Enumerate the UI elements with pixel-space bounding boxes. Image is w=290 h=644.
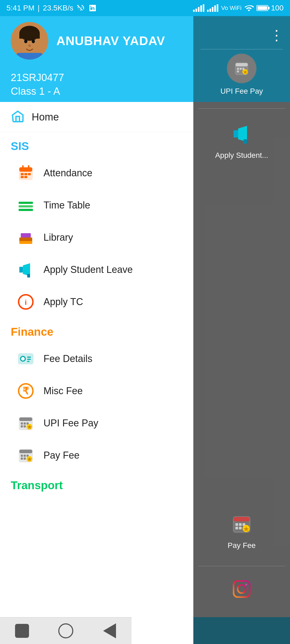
sis-section-header: SIS	[0, 132, 193, 157]
svg-rect-57	[236, 63, 248, 67]
svg-rect-53	[24, 458, 26, 460]
svg-text:i: i	[25, 298, 27, 306]
avatar-image	[11, 22, 48, 60]
instagram-icon	[230, 577, 254, 601]
status-right: Vo WiFi 100	[193, 3, 284, 13]
pay-fee-label: Pay Fee	[44, 450, 79, 461]
overlay-pay-fee[interactable]: ★ Pay Fee	[222, 505, 261, 555]
svg-rect-15	[24, 173, 27, 175]
svg-rect-48	[19, 450, 32, 453]
back-button[interactable]	[99, 620, 120, 642]
pay-fee-menu-item[interactable]: ★ Pay Fee	[0, 439, 193, 471]
fee-details-menu-item[interactable]: Fee Details	[0, 343, 193, 375]
svg-rect-52	[21, 458, 23, 460]
svg-rect-35	[27, 361, 29, 362]
svg-rect-16	[28, 173, 31, 175]
timetable-menu-item[interactable]: Time Table	[0, 189, 193, 221]
svg-rect-61	[237, 71, 239, 73]
overlay-upi-icon: ★	[234, 60, 250, 76]
avatar	[11, 22, 48, 60]
svg-text:★: ★	[243, 526, 249, 533]
svg-point-77	[238, 585, 246, 593]
svg-rect-43	[21, 425, 23, 427]
student-id: 21SRJ0477	[11, 72, 183, 83]
svg-rect-33	[27, 357, 31, 358]
apply-tc-menu-item[interactable]: i Apply TC	[0, 286, 193, 318]
svg-rect-27	[27, 274, 30, 277]
fee-details-icon	[16, 349, 35, 368]
svg-point-32	[21, 357, 25, 360]
svg-rect-44	[24, 425, 26, 427]
svg-rect-23	[19, 237, 32, 241]
attendance-menu-item[interactable]: Attendance	[0, 157, 193, 189]
attendance-label: Attendance	[44, 167, 92, 179]
attendance-icon	[16, 163, 35, 183]
svg-text:★: ★	[27, 424, 32, 430]
misc-fee-menu-item[interactable]: ₹ Misc Fee	[0, 375, 193, 407]
overlay-instagram-area[interactable]	[224, 572, 259, 606]
svg-rect-19	[19, 202, 33, 204]
misc-fee-icon: ₹	[16, 381, 35, 401]
leave-icon	[16, 260, 35, 279]
svg-rect-73	[239, 527, 242, 529]
overlay-upi-label: UPI Fee Pay	[220, 87, 263, 96]
svg-rect-24	[21, 233, 31, 237]
fee-details-label: Fee Details	[44, 353, 92, 364]
student-class: Class 1 - A	[11, 86, 183, 97]
overlay-leave-icon	[228, 120, 255, 147]
mute-icon	[77, 4, 85, 12]
timetable-icon	[16, 196, 35, 215]
svg-rect-34	[27, 359, 31, 360]
svg-point-7	[17, 40, 21, 46]
overlay-bottom-bar	[193, 617, 290, 644]
svg-rect-39	[19, 418, 32, 421]
svg-rect-14	[21, 173, 24, 175]
svg-marker-64	[234, 130, 238, 138]
overlay-apply-student-leave[interactable]: Apply Student...	[210, 115, 274, 165]
overlay-more-button[interactable]: ⋮	[270, 30, 284, 41]
student-info: ANUBHAV YADAV	[56, 34, 165, 48]
svg-rect-18	[24, 176, 27, 178]
upi-fee-pay-menu-item[interactable]: ★ UPI Fee Pay	[0, 407, 193, 439]
recent-button[interactable]	[11, 620, 33, 642]
svg-rect-40	[21, 422, 23, 425]
timetable-label: Time Table	[44, 200, 90, 211]
linkedin-icon	[88, 4, 97, 12]
svg-text:★: ★	[27, 456, 32, 462]
pay-fee-icon: ★	[16, 446, 35, 465]
svg-rect-66	[244, 139, 247, 144]
svg-rect-76	[234, 581, 250, 597]
transport-title: Transport	[11, 479, 63, 492]
library-label: Library	[44, 232, 73, 243]
svg-point-6	[28, 45, 31, 47]
svg-marker-25	[19, 267, 23, 272]
svg-rect-69	[235, 523, 238, 526]
wifi-icon	[244, 3, 254, 13]
tc-label: Apply TC	[44, 296, 83, 308]
library-icon	[16, 228, 35, 247]
overlay-apply-student-label: Apply Student...	[215, 151, 268, 160]
misc-fee-label: Misc Fee	[44, 385, 83, 397]
svg-rect-72	[235, 527, 238, 529]
svg-text:★: ★	[243, 69, 248, 75]
tc-icon: i	[16, 292, 35, 312]
home-button[interactable]	[55, 620, 77, 642]
apply-student-leave-menu-item[interactable]: Apply Student Leave	[0, 254, 193, 286]
vo-wifi-label: Vo WiFi	[221, 5, 241, 12]
library-menu-item[interactable]: Library	[0, 221, 193, 254]
overlay-pay-fee-label: Pay Fee	[228, 541, 256, 550]
svg-rect-3	[19, 33, 40, 39]
sis-title: SIS	[11, 140, 29, 152]
time: 5:41 PM	[6, 4, 34, 12]
home-menu-item[interactable]: Home	[0, 102, 193, 132]
svg-rect-20	[19, 205, 33, 207]
finance-title: Finance	[11, 325, 53, 338]
home-icon	[11, 109, 25, 125]
transport-section-header: Transport	[0, 471, 193, 496]
svg-point-78	[245, 584, 247, 586]
student-name: ANUBHAV YADAV	[56, 34, 165, 48]
network-info: 23.5KB/s	[43, 4, 74, 12]
svg-rect-21	[19, 209, 33, 211]
battery-level: 100	[271, 4, 284, 12]
overlay-upi-circle[interactable]: ★	[227, 54, 256, 83]
